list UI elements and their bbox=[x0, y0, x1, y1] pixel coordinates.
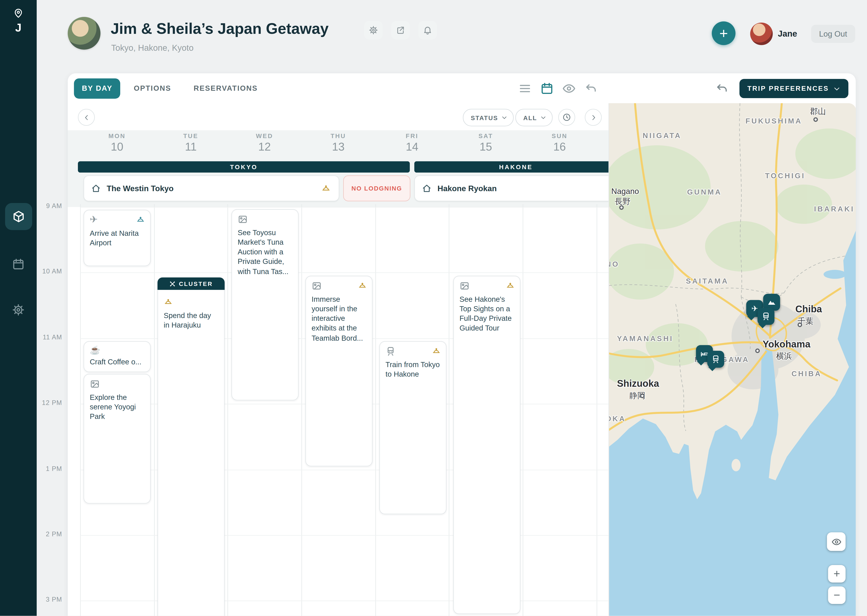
map-marker-train[interactable] bbox=[707, 351, 724, 368]
zoom-out-button[interactable]: − bbox=[828, 586, 846, 604]
grid-line-v bbox=[375, 204, 376, 616]
day-header: MON10 bbox=[80, 133, 154, 154]
image-icon bbox=[312, 281, 322, 291]
cluster-badge[interactable]: CLUSTER bbox=[158, 277, 225, 290]
all-filter-label: ALL bbox=[523, 114, 537, 121]
grid-line-v bbox=[80, 204, 81, 616]
grid-line-v bbox=[301, 204, 302, 616]
chevron-right-icon bbox=[590, 113, 597, 121]
rows-view-icon[interactable] bbox=[518, 82, 532, 95]
eye-icon[interactable] bbox=[562, 82, 576, 95]
event-card-arrive-narita[interactable]: ✈ Arrive at Narita Airport bbox=[84, 210, 151, 266]
grid-line-h bbox=[80, 207, 608, 207]
notifications-button[interactable] bbox=[418, 21, 437, 39]
day-header: WED12 bbox=[227, 133, 301, 154]
map-label: Nagano bbox=[611, 187, 639, 196]
view-switcher bbox=[518, 82, 598, 95]
grid-line-v bbox=[227, 204, 228, 616]
share-button[interactable] bbox=[391, 21, 410, 39]
event-title: Arrive at Narita Airport bbox=[90, 228, 145, 248]
map-label: NAGANO bbox=[608, 260, 620, 268]
day-header: TUE11 bbox=[154, 133, 228, 154]
undo-icon[interactable] bbox=[584, 82, 598, 95]
trip-avatar bbox=[68, 17, 101, 50]
mountain-icon bbox=[767, 297, 776, 307]
grid-line-v bbox=[596, 204, 597, 616]
lodging-name: Hakone Ryokan bbox=[438, 176, 497, 201]
lodging-name: The Westin Tokyo bbox=[107, 176, 173, 201]
time-label: 2 PM bbox=[23, 531, 62, 537]
day-header: SAT15 bbox=[449, 133, 523, 154]
gear-icon bbox=[369, 25, 378, 35]
map-label: SHIZUOKA bbox=[608, 415, 626, 423]
event-title: Immerse yourself in the interactive exhi… bbox=[312, 294, 366, 343]
image-icon bbox=[90, 379, 100, 389]
event-card-harajuku-cluster[interactable]: CLUSTER Spend the day in Harajuku bbox=[158, 277, 225, 616]
map-label: TOCHIGI bbox=[765, 171, 806, 180]
map-label: Shizuoka bbox=[617, 378, 659, 390]
tab-options[interactable]: OPTIONS bbox=[134, 79, 171, 99]
lodging-card-westin[interactable]: The Westin Tokyo bbox=[84, 175, 339, 201]
add-button[interactable]: + bbox=[712, 21, 736, 45]
plane-icon: ✈ bbox=[90, 214, 98, 225]
map-label: CHIBA bbox=[791, 369, 822, 378]
image-icon bbox=[238, 214, 248, 225]
prev-week-button[interactable] bbox=[78, 109, 95, 126]
trip-preferences-label: TRIP PREFERENCES bbox=[747, 85, 829, 93]
coffee-icon: ☕ bbox=[90, 345, 100, 355]
concierge-bell-icon bbox=[432, 346, 441, 355]
lodging-card-ryokan[interactable]: Hakone Ryokan bbox=[414, 175, 608, 201]
next-week-button[interactable] bbox=[585, 109, 602, 126]
status-filter-dropdown[interactable]: STATUS bbox=[463, 109, 514, 126]
trip-settings-button[interactable] bbox=[364, 21, 383, 39]
cluster-icon bbox=[169, 281, 175, 287]
tab-by-day[interactable]: BY DAY bbox=[74, 79, 120, 99]
event-card-craft-coffee[interactable]: ☕ Craft Coffee o... bbox=[84, 341, 151, 372]
time-scale-button[interactable] bbox=[558, 109, 575, 126]
zoom-in-button[interactable]: + bbox=[828, 565, 846, 583]
map-label: Chiba bbox=[795, 304, 822, 315]
concierge-bell-icon bbox=[136, 215, 145, 224]
calendar-view-icon[interactable] bbox=[540, 82, 554, 95]
trip-subtitle: Tokyo, Hakone, Kyoto bbox=[111, 43, 194, 52]
train-icon bbox=[711, 355, 720, 364]
bell-icon bbox=[423, 25, 432, 35]
time-label: 11 AM bbox=[23, 334, 62, 341]
concierge-bell-icon bbox=[164, 297, 173, 306]
tab-reservations[interactable]: RESERVATIONS bbox=[194, 79, 258, 99]
event-card-train-hakone[interactable]: Train from Tokyo to Hakone bbox=[379, 341, 446, 514]
concierge-bell-icon bbox=[506, 281, 515, 290]
undo-icon[interactable] bbox=[715, 82, 729, 95]
map-label: SAITAMA bbox=[686, 277, 728, 285]
chevron-left-icon bbox=[83, 113, 90, 121]
logout-button[interactable]: Log Out bbox=[811, 25, 855, 43]
home-icon bbox=[422, 183, 432, 193]
city-dot bbox=[640, 394, 645, 398]
event-card-yoyogi-park[interactable]: Explore the serene Yoyogi Park bbox=[84, 374, 151, 503]
event-card-toyosu-market[interactable]: See Toyosu Market's Tuna Auction with a … bbox=[231, 209, 298, 400]
trip-title: Jim & Sheila’s Japan Getaway bbox=[111, 20, 329, 38]
all-filter-dropdown[interactable]: ALL bbox=[515, 109, 553, 126]
location-band-tokyo: TOKYO bbox=[78, 161, 410, 173]
trip-preferences-button[interactable]: TRIP PREFERENCES bbox=[739, 79, 848, 98]
map-pane[interactable]: FUKUSHIMA 郡山 NIIGATA TOCHIGI GUNMA IBARA… bbox=[608, 103, 856, 616]
map-label: GUNMA bbox=[687, 188, 722, 196]
event-card-hakone-tour[interactable]: See Hakone's Top Sights on a Full-Day Pr… bbox=[453, 276, 520, 614]
user-avatar[interactable] bbox=[750, 23, 773, 45]
plane-icon: ✈ bbox=[752, 305, 758, 312]
time-label: 3 PM bbox=[23, 596, 62, 603]
sidebar-item-settings[interactable] bbox=[5, 296, 32, 323]
event-title: Craft Coffee o... bbox=[90, 357, 145, 367]
map-pin-logo-icon bbox=[13, 8, 24, 19]
city-dot bbox=[755, 349, 760, 353]
chevron-down-icon bbox=[541, 115, 547, 121]
time-label: 9 AM bbox=[23, 203, 62, 209]
event-card-teamlab[interactable]: Immerse yourself in the interactive exhi… bbox=[306, 276, 372, 466]
trip-card: BY DAY OPTIONS RESERVATIONS TRIP PREFERE… bbox=[68, 73, 856, 616]
package-icon bbox=[12, 210, 25, 223]
share-icon bbox=[396, 25, 405, 35]
chevron-down-icon bbox=[833, 85, 841, 92]
map-visibility-button[interactable] bbox=[827, 532, 846, 551]
map-marker-train[interactable] bbox=[758, 308, 774, 325]
time-label: 12 PM bbox=[23, 399, 62, 406]
